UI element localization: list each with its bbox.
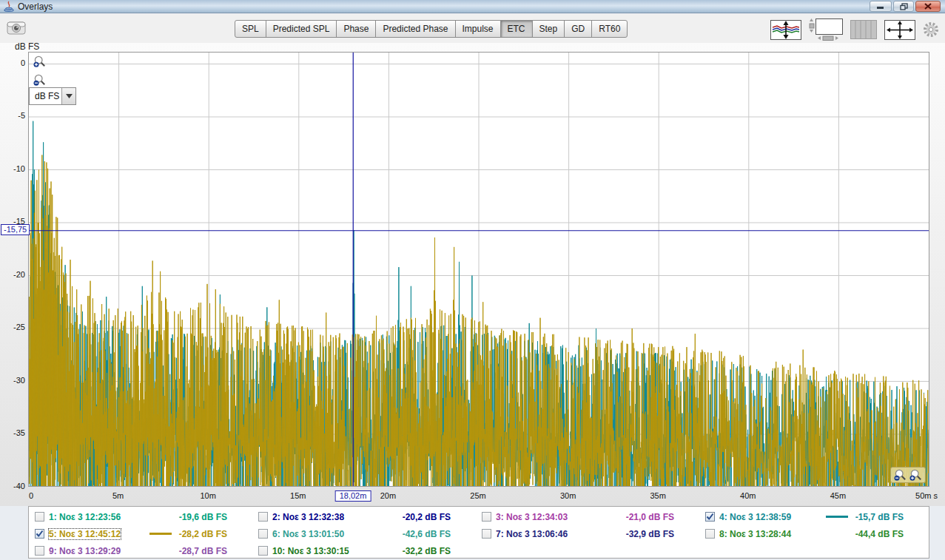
x-tick-label: 15m	[290, 491, 306, 500]
plot-area[interactable]: dB FS	[28, 52, 929, 487]
pan-button[interactable]	[884, 20, 915, 40]
measurement-5-label[interactable]: 5: Νοε 3 12:45:12	[49, 529, 121, 539]
measurement-6-label[interactable]: 6: Νοε 3 13:01:50	[272, 529, 344, 539]
measurement-5-trace-swatch	[149, 533, 172, 535]
minimize-button[interactable]	[870, 1, 892, 12]
measurement-2-label[interactable]: 2: Νοε 3 12:32:38	[272, 512, 344, 522]
tab-rt60[interactable]: RT60	[591, 20, 628, 38]
legend-entry-3: 3: Νοε 3 12:34:03-21,0 dB FS	[476, 508, 699, 525]
x-zoom-controls	[890, 467, 926, 483]
measurement-10-checkbox[interactable]	[258, 546, 268, 556]
legend-entry-5: 5: Νοε 3 12:45:12-28,2 dB FS	[29, 525, 252, 542]
x-tick-label: 20m	[380, 491, 396, 500]
zoom-y-out-button[interactable]	[33, 74, 46, 87]
tab-gd[interactable]: GD	[564, 20, 592, 38]
measurement-3-checkbox[interactable]	[482, 512, 491, 522]
java-app-icon	[3, 1, 15, 12]
measurement-6-checkbox[interactable]	[258, 529, 268, 539]
settings-gear-icon	[923, 21, 939, 38]
y-tick-label: -10	[0, 164, 25, 173]
zoom-x-in-button[interactable]	[909, 469, 922, 482]
legend-entry-4: 4: Νοε 3 12:38:59-15,7 dB FS	[699, 508, 929, 525]
x-tick-label: 50m s	[915, 491, 938, 500]
cursor-time-readout: 18,02m	[335, 490, 371, 502]
measurement-5-level: -28,2 dB FS	[179, 529, 227, 539]
grid-button[interactable]	[850, 20, 877, 39]
graph-settings-button[interactable]	[923, 21, 939, 38]
minimize-icon	[877, 3, 884, 10]
tab-spl[interactable]: SPL	[235, 20, 266, 38]
fit-traces-button[interactable]	[770, 20, 801, 40]
legend-entry-6: 6: Νοε 3 13:01:50-42,6 dB FS	[252, 525, 476, 542]
chevron-down-icon	[61, 88, 75, 104]
y-tick-label: -40	[0, 482, 25, 490]
close-button[interactable]	[915, 1, 941, 12]
pan-icon	[884, 20, 915, 40]
measurement-9-checkbox[interactable]	[35, 546, 44, 556]
legend-entry-8: 8: Νοε 3 13:28:44-44,4 dB FS	[699, 525, 929, 542]
measurement-10-level: -32,2 dB FS	[403, 546, 451, 556]
fit-traces-icon	[770, 20, 801, 40]
restore-icon	[900, 3, 908, 10]
measurement-7-level: -32,9 dB FS	[626, 529, 674, 539]
y-tick-label: -25	[0, 323, 25, 331]
y-unit-select[interactable]: dB FS	[29, 87, 76, 105]
graph-area: dB FS dB FS 0-5-10-15-20-25-30-35-40 05m…	[0, 43, 945, 506]
measurement-8-level: -44,4 dB FS	[855, 529, 904, 539]
y-tick-label: -20	[0, 270, 25, 279]
tab-phase[interactable]: Phase	[336, 20, 376, 38]
graph-type-tabs: SPLPredicted SPLPhasePredicted PhaseImpu…	[235, 20, 628, 38]
measurement-8-label[interactable]: 8: Νοε 3 13:28:44	[719, 529, 791, 539]
measurement-2-checkbox[interactable]	[258, 512, 268, 522]
tab-impulse[interactable]: Impulse	[455, 20, 501, 38]
legend-entry-2: 2: Νοε 3 12:32:38-20,2 dB FS	[252, 508, 476, 525]
x-tick-label: 0	[29, 491, 33, 500]
zoom-x-out-button[interactable]	[894, 469, 907, 482]
toolbar-right-icons	[770, 18, 939, 41]
window-title: Overlays	[18, 1, 53, 12]
measurement-4-level: -15,7 dB FS	[855, 512, 904, 522]
titlebar[interactable]: Overlays	[0, 0, 945, 13]
capture-graph-button[interactable]	[7, 19, 27, 36]
y-unit-value: dB FS	[30, 88, 61, 104]
x-tick-label: 35m	[650, 491, 665, 500]
toolbar: SPLPredicted SPLPhasePredicted PhaseImpu…	[0, 14, 945, 43]
measurement-4-label[interactable]: 4: Νοε 3 12:38:59	[719, 512, 791, 522]
legend-panel: 1: Νοε 3 12:23:56-19,6 dB FS2: Νοε 3 12:…	[28, 506, 929, 559]
x-tick-label: 5m	[112, 491, 124, 500]
capture-graph-camera-icon	[7, 19, 27, 36]
measurement-4-trace-swatch	[826, 516, 848, 518]
measurement-9-label[interactable]: 9: Νοε 3 13:29:29	[49, 546, 121, 556]
tab-step[interactable]: Step	[532, 20, 565, 38]
measurement-2-level: -20,2 dB FS	[403, 512, 451, 522]
axis-limits-icon	[809, 18, 843, 41]
y-axis-title: dB FS	[15, 41, 39, 52]
measurement-3-label[interactable]: 3: Νοε 3 12:34:03	[496, 512, 568, 522]
x-tick-label: 25m	[470, 491, 485, 500]
measurement-7-label[interactable]: 7: Νοε 3 13:06:46	[496, 529, 568, 539]
tab-predicted-spl[interactable]: Predicted SPL	[266, 20, 337, 38]
maximize-button[interactable]	[893, 1, 914, 12]
measurement-7-checkbox[interactable]	[482, 529, 491, 539]
close-icon	[924, 3, 932, 10]
legend-entry-9: 9: Νοε 3 13:29:29-28,7 dB FS	[29, 542, 252, 559]
measurement-8-checkbox[interactable]	[705, 529, 715, 539]
measurement-1-checkbox[interactable]	[35, 512, 44, 522]
measurement-5-checkbox[interactable]	[35, 529, 44, 539]
tab-predicted-phase[interactable]: Predicted Phase	[375, 20, 455, 38]
tab-etc[interactable]: ETC	[500, 20, 533, 38]
x-tick-label: 10m	[200, 491, 215, 500]
legend-entry-7: 7: Νοε 3 13:06:46-32,9 dB FS	[476, 525, 699, 542]
legend-entry-1: 1: Νοε 3 12:23:56-19,6 dB FS	[29, 508, 252, 525]
measurement-6-level: -42,6 dB FS	[403, 529, 451, 539]
y-tick-label: -5	[0, 111, 25, 120]
measurement-3-level: -21,0 dB FS	[626, 512, 674, 522]
zoom-y-in-button[interactable]	[33, 55, 46, 68]
axis-limits-button[interactable]	[809, 18, 843, 41]
legend-entry-10: 10: Νοε 3 13:30:15-32,2 dB FS	[252, 542, 476, 559]
x-tick-label: 45m	[830, 491, 846, 500]
measurement-10-label[interactable]: 10: Νοε 3 13:30:15	[272, 546, 349, 556]
measurement-4-checkbox[interactable]	[705, 512, 715, 522]
cursor-level-readout: -15,75	[1, 224, 30, 235]
measurement-1-label[interactable]: 1: Νοε 3 12:23:56	[49, 512, 121, 522]
